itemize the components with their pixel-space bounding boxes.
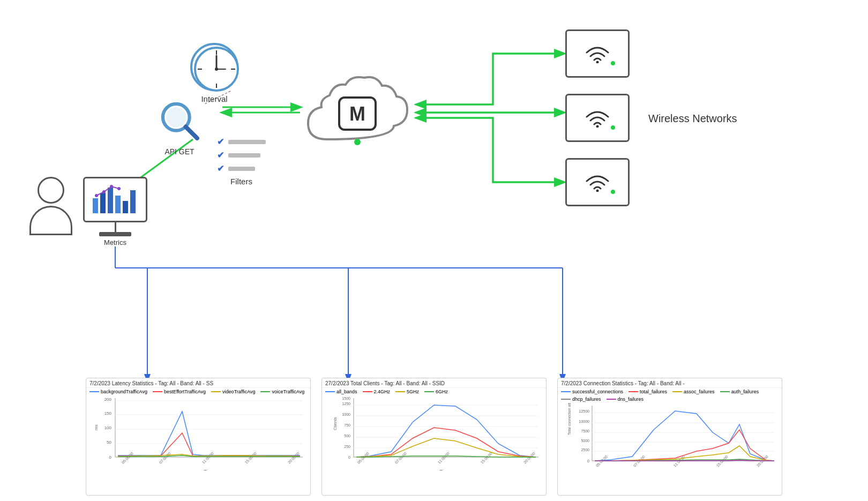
svg-text:15:00:00: 15:00:00 [244, 451, 257, 464]
svg-rect-12 [100, 193, 106, 213]
wifi-network-2 [565, 94, 630, 142]
svg-text:15:00:00: 15:00:00 [480, 451, 493, 464]
metrics-label: Metrics [83, 238, 147, 246]
svg-text:200: 200 [104, 397, 112, 402]
svg-text:0: 0 [587, 459, 589, 463]
svg-text:05:00:00: 05:00:00 [357, 451, 370, 464]
svg-line-31 [186, 127, 197, 138]
svg-text:Time: Time [204, 469, 214, 470]
wireless-networks-label: Wireless Networks [648, 113, 737, 125]
connection-chart: 7/2/2023 Connection Statistics - Tag: Al… [557, 378, 782, 496]
interval-clock: Interval [190, 43, 238, 103]
clients-chart-title: 27/2/2023 Total Clients - Tag: All - Ban… [322, 378, 546, 388]
svg-point-36 [596, 125, 599, 128]
svg-rect-11 [93, 198, 98, 213]
clients-legend: all_bands 2.4GHz 5GHz 6GHz [322, 388, 546, 395]
connection-chart-svg: 0 2500 5000 7500 10000 12500 05:00:00 07… [558, 403, 782, 473]
svg-text:20:00:00: 20:00:00 [287, 451, 300, 464]
svg-text:Clients: Clients [333, 417, 338, 430]
svg-text:M: M [349, 103, 365, 125]
svg-text:11:00:00: 11:00:00 [437, 451, 450, 464]
svg-text:250: 250 [344, 445, 350, 448]
connection-legend: successful_connections total_failures as… [558, 388, 782, 403]
svg-text:50: 50 [107, 440, 111, 445]
svg-text:0: 0 [109, 455, 112, 460]
svg-point-35 [596, 61, 599, 64]
svg-text:7500: 7500 [581, 429, 589, 433]
api-get-label: API GET [158, 147, 201, 156]
svg-text:07:00:00: 07:00:00 [159, 451, 171, 464]
connection-chart-title: 7/2/2023 Connection Statistics - Tag: Al… [558, 378, 782, 388]
clients-chart: 27/2/2023 Total Clients - Tag: All - Ban… [321, 378, 547, 496]
svg-text:20:00:00: 20:00:00 [523, 451, 536, 464]
latency-chart-title: 7/2/2023 Latency Statistics - Tag: All -… [86, 378, 310, 388]
latency-chart-svg: 0 50 100 150 200 05:00:00 07:00:00 11:00… [86, 395, 310, 470]
svg-rect-20 [130, 190, 136, 213]
clients-chart-svg: 0 250 500 750 1000 1250 1500 05:00:00 07… [322, 395, 546, 470]
svg-text:12500: 12500 [579, 409, 590, 413]
wifi-network-1 [565, 29, 630, 78]
latency-legend: backgroundTrafficAvg bestEffortTrafficAv… [86, 388, 310, 395]
diagram-container: Metrics Interval [0, 0, 868, 501]
person-icon [29, 177, 72, 235]
svg-text:1250: 1250 [342, 402, 350, 406]
svg-text:Time: Time [439, 469, 450, 470]
wifi-network-3 [565, 158, 630, 206]
svg-rect-19 [123, 201, 128, 213]
svg-text:2500: 2500 [581, 448, 589, 452]
svg-text:11:00:00: 11:00:00 [201, 451, 214, 464]
svg-rect-13 [108, 188, 113, 213]
svg-text:1000: 1000 [342, 413, 350, 416]
svg-text:1500: 1500 [342, 397, 350, 400]
svg-text:5000: 5000 [581, 439, 589, 443]
svg-point-37 [596, 190, 599, 192]
svg-text:10000: 10000 [579, 420, 590, 423]
svg-text:150: 150 [104, 411, 112, 416]
monitor-metrics: Metrics [83, 177, 147, 246]
svg-point-28 [215, 68, 218, 71]
latency-chart: 7/2/2023 Latency Statistics - Tag: All -… [86, 378, 311, 496]
svg-text:500: 500 [344, 434, 350, 438]
svg-text:ms: ms [94, 424, 99, 430]
svg-text:0: 0 [348, 455, 350, 459]
filters-checklist: ✔ ✔ ✔ Filters [217, 137, 266, 186]
svg-text:05:00:00: 05:00:00 [121, 451, 134, 464]
cloud-m: M [297, 70, 415, 158]
filters-label: Filters [217, 177, 266, 186]
api-get-magnifier: API GET [158, 99, 201, 156]
svg-point-34 [354, 139, 361, 145]
svg-text:Total connection attempts: Total connection attempts [567, 403, 572, 435]
charts-row: 7/2/2023 Latency Statistics - Tag: All -… [27, 378, 841, 496]
svg-point-30 [166, 107, 186, 127]
svg-rect-18 [115, 196, 121, 213]
svg-text:100: 100 [104, 425, 112, 430]
svg-text:750: 750 [344, 423, 350, 427]
